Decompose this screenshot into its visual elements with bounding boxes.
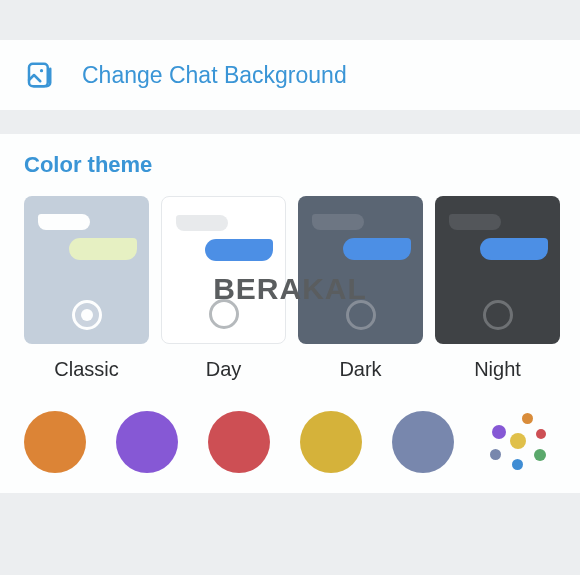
- chat-bubble-incoming: [312, 214, 364, 230]
- palette-dot-icon: [512, 459, 523, 470]
- chat-bubble-incoming: [38, 214, 90, 230]
- chat-bubble-incoming: [176, 215, 228, 231]
- chat-bubble-outgoing: [205, 239, 273, 261]
- palette-dot-icon: [492, 425, 506, 439]
- radio-indicator[interactable]: [346, 300, 376, 330]
- color-swatch-yellow[interactable]: [300, 411, 362, 473]
- more-colors-button[interactable]: [484, 411, 546, 473]
- accent-color-row: [24, 395, 580, 473]
- palette-dot-icon: [534, 449, 546, 461]
- palette-dot-icon: [522, 413, 533, 424]
- change-background-row[interactable]: Change Chat Background: [0, 40, 580, 110]
- color-theme-section: Color theme ClassicDayDarkNight: [0, 134, 580, 493]
- svg-point-1: [40, 69, 43, 72]
- radio-indicator[interactable]: [72, 300, 102, 330]
- image-icon: [24, 60, 54, 90]
- palette-dot-icon: [510, 433, 526, 449]
- change-background-label: Change Chat Background: [82, 62, 347, 89]
- chat-bubble-outgoing: [480, 238, 548, 260]
- chat-bubble-outgoing: [343, 238, 411, 260]
- theme-preview-night[interactable]: [435, 196, 560, 344]
- chat-bubble-outgoing: [69, 238, 137, 260]
- theme-preview-dark[interactable]: [298, 196, 423, 344]
- palette-dot-icon: [490, 449, 501, 460]
- theme-option-dark[interactable]: Dark: [298, 196, 423, 381]
- theme-option-day[interactable]: Day: [161, 196, 286, 381]
- radio-indicator[interactable]: [483, 300, 513, 330]
- theme-option-classic[interactable]: Classic: [24, 196, 149, 381]
- color-swatch-red[interactable]: [208, 411, 270, 473]
- section-title: Color theme: [24, 152, 580, 178]
- color-swatch-purple[interactable]: [116, 411, 178, 473]
- color-swatch-orange[interactable]: [24, 411, 86, 473]
- color-swatch-slate-blue[interactable]: [392, 411, 454, 473]
- theme-label: Classic: [54, 358, 118, 381]
- theme-label: Day: [206, 358, 242, 381]
- theme-option-night[interactable]: Night: [435, 196, 560, 381]
- theme-label: Dark: [339, 358, 381, 381]
- chat-bubble-incoming: [449, 214, 501, 230]
- theme-label: Night: [474, 358, 521, 381]
- theme-options-row: ClassicDayDarkNight: [24, 196, 580, 381]
- theme-preview-day[interactable]: [161, 196, 286, 344]
- radio-indicator[interactable]: [209, 299, 239, 329]
- theme-preview-classic[interactable]: [24, 196, 149, 344]
- svg-rect-0: [29, 64, 48, 87]
- palette-dot-icon: [536, 429, 546, 439]
